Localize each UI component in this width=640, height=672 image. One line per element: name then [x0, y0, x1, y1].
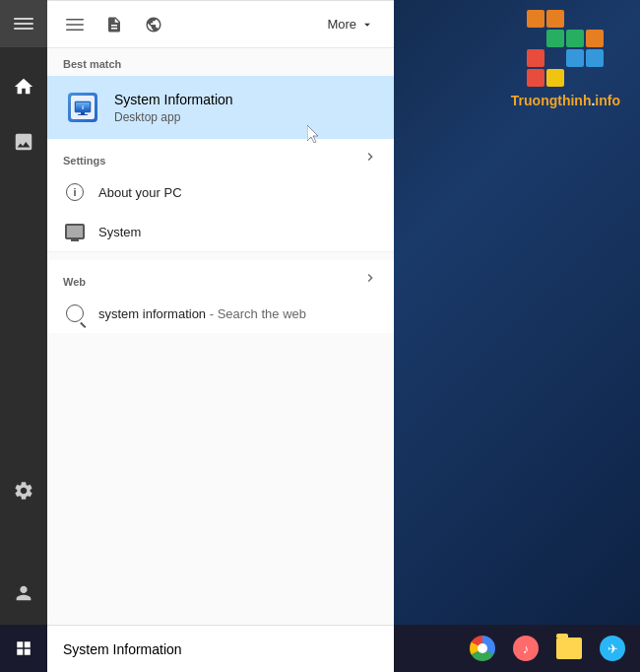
logo-cell: [546, 30, 564, 47]
system-icon: [63, 220, 87, 243]
more-label: More: [327, 17, 356, 32]
sysinfo-icon-wrapper: i: [65, 90, 100, 125]
logo-cell: [586, 30, 604, 47]
system-item[interactable]: System: [47, 212, 394, 251]
svg-rect-4: [66, 24, 84, 26]
music-taskbar-icon[interactable]: ♪: [506, 629, 545, 668]
web-search-icon-wrapper: [63, 302, 87, 325]
monitor-icon: [65, 224, 85, 239]
best-match-item[interactable]: i System Information Desktop app: [47, 76, 394, 139]
logo-cell: [546, 10, 564, 28]
logo-cell: [566, 30, 584, 47]
web-search-text: system information - Search the web: [98, 306, 306, 321]
search-circle-icon: [66, 304, 84, 322]
logo-cell: [566, 49, 584, 67]
folder-icon: [556, 638, 582, 659]
chevron-right-icon: [362, 149, 378, 165]
web-search-suffix: - Search the web: [210, 306, 306, 321]
chrome-taskbar-icon[interactable]: [463, 629, 502, 668]
svg-rect-3: [66, 19, 84, 21]
info-circle-icon: i: [66, 183, 84, 201]
telegram-icon: ✈: [600, 636, 625, 661]
logo-cell: [527, 49, 544, 67]
sidebar-user[interactable]: [0, 570, 47, 617]
search-toolbar: More: [47, 1, 394, 48]
user-icon: [13, 582, 34, 604]
sidebar-photos[interactable]: [0, 118, 47, 166]
document-icon: [105, 16, 123, 34]
settings-label: Settings: [63, 147, 105, 168]
logo-cell: [546, 69, 564, 87]
about-icon: i: [63, 180, 87, 204]
logo-cell: [566, 10, 584, 28]
photos-icon: [13, 131, 34, 153]
settings-arrow[interactable]: [362, 149, 378, 168]
svg-rect-9: [81, 112, 85, 114]
settings-section: Settings i About your PC System: [47, 139, 394, 252]
web-search-item[interactable]: system information - Search the web: [47, 294, 394, 333]
system-text: System: [98, 225, 141, 239]
home-icon: [13, 76, 34, 98]
chevron-down-icon: [360, 18, 374, 32]
logo-cell: [586, 49, 604, 67]
web-section: Web system information - Search the web: [47, 260, 394, 333]
start-button[interactable]: [0, 625, 47, 672]
sysinfo-icon-inner: i: [68, 93, 97, 122]
web-search-query: system information: [98, 306, 206, 321]
globe-icon: [145, 16, 162, 34]
svg-rect-2: [14, 28, 33, 30]
best-match-subtitle: Desktop app: [114, 110, 378, 124]
about-pc-item[interactable]: i About your PC: [47, 172, 394, 212]
about-pc-text: About your PC: [98, 185, 182, 200]
sidebar-hamburger[interactable]: [0, 0, 47, 47]
more-button[interactable]: More: [319, 13, 382, 35]
svg-rect-1: [14, 23, 33, 25]
svg-rect-0: [14, 18, 33, 20]
hamburger-icon: [14, 14, 33, 34]
sidebar-settings[interactable]: [0, 467, 47, 514]
logo-grid: [527, 10, 604, 87]
toolbar-menu-button[interactable]: [59, 9, 91, 40]
best-match-section: Best match: [47, 48, 394, 139]
search-panel: More Best match: [47, 0, 394, 625]
logo-cell: [527, 69, 544, 87]
web-header: Web: [47, 260, 394, 294]
web-label: Web: [63, 268, 86, 290]
settings-icon: [13, 480, 34, 502]
taskbar-icons: ♪ ✈: [463, 629, 640, 668]
web-chevron-right-icon: [362, 270, 378, 286]
chrome-icon: [470, 636, 495, 661]
search-input[interactable]: [63, 641, 378, 657]
logo-name: Truongthinh: [511, 93, 592, 108]
system-info-icon: i: [63, 88, 102, 127]
web-arrow[interactable]: [362, 270, 378, 289]
music-icon: ♪: [513, 636, 539, 661]
settings-header: Settings: [47, 139, 394, 172]
best-match-info: System Information Desktop app: [114, 91, 378, 123]
logo-cell: [566, 69, 584, 87]
toolbar-document-button[interactable]: [98, 9, 130, 40]
windows-icon: [15, 639, 32, 657]
svg-rect-5: [66, 29, 84, 31]
files-taskbar-icon[interactable]: [549, 629, 589, 668]
best-match-name: System Information: [114, 91, 378, 108]
toolbar-globe-button[interactable]: [138, 9, 169, 40]
search-bar: [47, 625, 394, 672]
logo-cell: [586, 69, 604, 87]
logo-cell: [546, 49, 564, 67]
logo-cell: [586, 10, 604, 28]
logo-domain: info: [595, 93, 620, 108]
sysinfo-icon-svg: i: [73, 98, 93, 117]
svg-rect-10: [78, 114, 88, 115]
logo-area: Truongthinh.info: [511, 10, 620, 108]
sidebar-home[interactable]: [0, 63, 47, 110]
sidebar: [0, 0, 47, 625]
logo-cell: [527, 30, 544, 47]
best-match-label: Best match: [47, 48, 394, 76]
menu-icon: [66, 16, 84, 34]
logo-text: Truongthinh.info: [511, 93, 620, 108]
telegram-taskbar-icon[interactable]: ✈: [593, 629, 632, 668]
logo-cell: [527, 10, 544, 28]
